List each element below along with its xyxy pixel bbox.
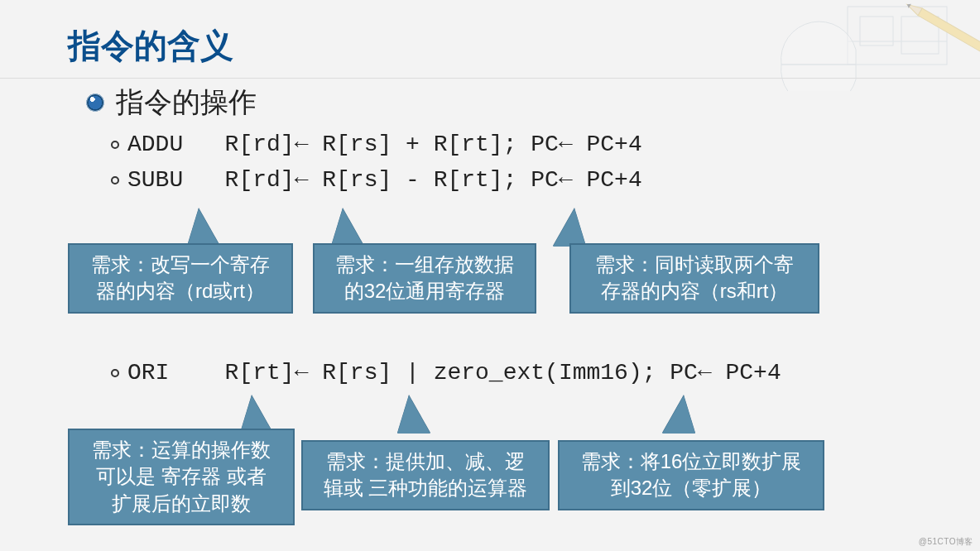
- slide-title: 指令的含义: [0, 0, 980, 69]
- section-title: 指令的操作: [116, 84, 257, 122]
- instruction-subu: SUBU R[rd]← R[rs] - R[rt]; PC← PC+4: [111, 167, 914, 193]
- callout-operand-sources: 需求：运算的操作数 可以是 寄存器 或者 扩展后的立即数: [68, 429, 295, 525]
- callout-text: 辑或 三种功能的运算器: [311, 475, 540, 501]
- watermark: @51CTO博客: [919, 536, 973, 548]
- divider: [0, 78, 980, 79]
- code-text: ADDU R[rd]← R[rs] + R[rt]; PC← PC+4: [127, 132, 642, 157]
- sub-bullet-icon: [111, 141, 119, 149]
- callout-text: 需求：提供加、减、逻: [326, 450, 525, 472]
- sub-bullet-icon: [111, 369, 119, 377]
- section-bullet: 指令的操作: [86, 84, 914, 122]
- callout-text: 需求：运算的操作数: [92, 438, 271, 461]
- callout-text: 到32位（零扩展）: [568, 475, 814, 501]
- callout-text: 需求：将16位立即数扩展: [581, 450, 802, 472]
- bullet-icon: [86, 93, 104, 112]
- callout-alu-ops: 需求：提供加、减、逻 辑或 三种功能的运算器: [301, 440, 550, 510]
- callout-text: 可以是 寄存器 或者: [74, 463, 288, 490]
- sub-bullet-icon: [111, 176, 119, 184]
- callout-zero-ext: 需求：将16位立即数扩展 到32位（零扩展）: [558, 440, 824, 510]
- code-text: SUBU R[rd]← R[rs] - R[rt]; PC← PC+4: [127, 167, 642, 193]
- code-text: ORI R[rt]← R[rs] | zero_ext(Imm16); PC← …: [127, 360, 781, 386]
- callout-text: 扩展后的立即数: [74, 491, 288, 517]
- instruction-addu: ADDU R[rd]← R[rs] + R[rt]; PC← PC+4: [111, 132, 914, 157]
- instruction-ori: ORI R[rt]← R[rs] | zero_ext(Imm16); PC← …: [111, 360, 914, 386]
